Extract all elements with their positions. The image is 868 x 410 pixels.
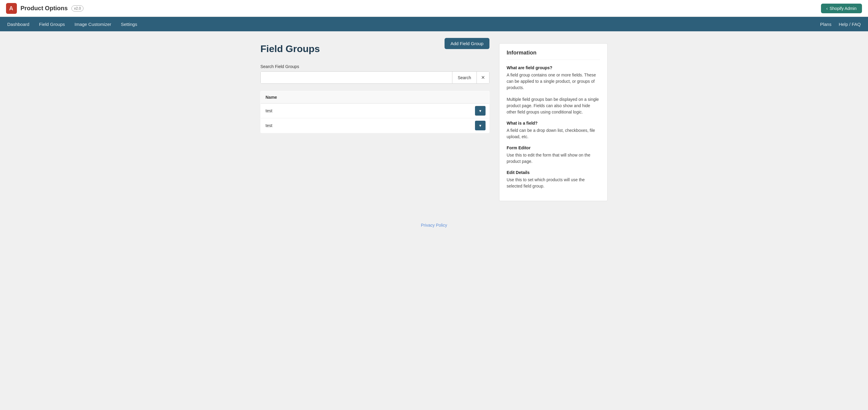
info-section-text-2: A field can be a drop down list, checkbo… <box>507 127 600 140</box>
table-cell-name: test <box>261 104 471 118</box>
info-section-2: What is a field?A field can be a drop do… <box>507 121 600 140</box>
info-section-text-4: Use this to set which products will use … <box>507 177 600 189</box>
main-content: Field Groups Add Field Group Search Fiel… <box>253 43 615 201</box>
svg-rect-0 <box>8 5 15 12</box>
info-section-title-4: Edit Details <box>507 170 600 175</box>
table-cell-action: ▾ <box>471 104 490 118</box>
top-bar-left: Product Options v2.0 <box>6 3 84 14</box>
nav-item-field-groups[interactable]: Field Groups <box>39 18 65 31</box>
logo-icon <box>6 3 17 14</box>
privacy-policy-link[interactable]: Privacy Policy <box>421 223 447 228</box>
app-title: Product Options <box>21 5 68 12</box>
info-section-text-3: Use this to edit the form that will show… <box>507 152 600 165</box>
nav-bar: Dashboard Field Groups Image Customizer … <box>0 17 868 31</box>
table-body: test ▾ test ▾ <box>261 104 490 133</box>
row-dropdown-button-1[interactable]: ▾ <box>475 121 486 130</box>
info-title: Information <box>507 50 600 60</box>
table-header-name: Name <box>261 91 471 104</box>
table-cell-action: ▾ <box>471 118 490 133</box>
info-section-title-0: What are field groups? <box>507 65 600 70</box>
nav-item-help-faq[interactable]: Help / FAQ <box>839 18 861 31</box>
nav-item-dashboard[interactable]: Dashboard <box>7 18 29 31</box>
shopify-admin-button[interactable]: ‹ Shopify Admin <box>821 4 862 13</box>
search-row: Search ✕ <box>260 71 490 84</box>
field-groups-table: Name test ▾ test ▾ <box>260 91 490 133</box>
search-input[interactable] <box>261 72 452 83</box>
footer: Privacy Policy <box>0 213 868 237</box>
right-panel: Information What are field groups?A fiel… <box>499 43 608 201</box>
info-section-1: Multiple field groups ban be displayed o… <box>507 96 600 115</box>
version-badge: v2.0 <box>71 5 84 11</box>
info-sections: What are field groups?A field group cont… <box>507 65 600 189</box>
search-label: Search Field Groups <box>260 64 490 69</box>
info-section-title-3: Form Editor <box>507 145 600 150</box>
left-panel: Field Groups Add Field Group Search Fiel… <box>260 43 490 133</box>
info-section-3: Form EditorUse this to edit the form tha… <box>507 145 600 165</box>
info-section-text-1: Multiple field groups ban be displayed o… <box>507 96 600 115</box>
info-section-text-0: A field group contains one or more field… <box>507 72 600 91</box>
info-section-0: What are field groups?A field group cont… <box>507 65 600 91</box>
chevron-left-icon: ‹ <box>827 6 828 11</box>
nav-item-plans[interactable]: Plans <box>820 18 832 31</box>
info-section-title-2: What is a field? <box>507 121 600 126</box>
top-bar: Product Options v2.0 ‹ Shopify Admin <box>0 0 868 17</box>
search-button[interactable]: Search <box>452 72 476 83</box>
info-section-4: Edit DetailsUse this to set which produc… <box>507 170 600 189</box>
nav-left: Dashboard Field Groups Image Customizer … <box>7 18 137 31</box>
nav-item-image-customizer[interactable]: Image Customizer <box>74 18 111 31</box>
page-title: Field Groups <box>260 43 320 55</box>
nav-right: Plans Help / FAQ <box>820 18 861 31</box>
clear-search-button[interactable]: ✕ <box>476 72 489 83</box>
row-dropdown-button-0[interactable]: ▾ <box>475 106 486 115</box>
table-header-actions <box>471 91 490 104</box>
table-row: test ▾ <box>261 104 490 118</box>
nav-item-settings[interactable]: Settings <box>121 18 137 31</box>
table-row: test ▾ <box>261 118 490 133</box>
table-cell-name: test <box>261 118 471 133</box>
add-field-group-button[interactable]: Add Field Group <box>444 38 490 49</box>
